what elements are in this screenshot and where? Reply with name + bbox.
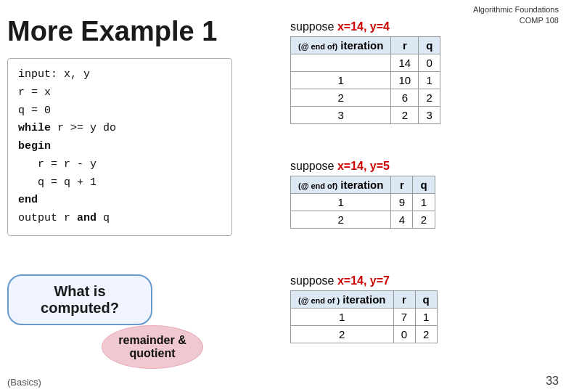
section3-col-r: r — [393, 291, 415, 309]
answer-label: remainder &quotient — [118, 334, 186, 360]
table-row: 3 2 3 — [291, 107, 440, 124]
code-line-2: r = x — [18, 84, 221, 102]
course-code: COMP 108 — [520, 16, 559, 25]
code-line-5: begin — [18, 138, 221, 156]
section2-col-iteration: (@ end of) iteration — [291, 176, 391, 194]
cell-r: 0 — [393, 326, 415, 343]
cell-r: 7 — [393, 309, 415, 326]
cell-iter: 2 — [291, 89, 391, 107]
cell-iter: 1 — [291, 72, 391, 89]
section1-vars: x=14, y=4 — [337, 20, 390, 33]
section1-suppose: suppose x=14, y=4 — [290, 20, 440, 33]
cell-r: 4 — [391, 211, 413, 229]
table-row: 2 6 2 — [291, 89, 440, 107]
section1-col-r: r — [391, 37, 419, 54]
section3-table: (@ end of ) iteration r q 1 7 1 2 0 2 — [290, 290, 438, 343]
code-line-4: while r >= y do — [18, 120, 221, 138]
course-name: Algorithmic Foundations — [473, 5, 559, 14]
table-row: 14 0 — [291, 54, 440, 72]
basics-label: (Basics) — [7, 377, 41, 388]
cell-iter: 1 — [291, 309, 394, 326]
section3-vars: x=14, y=7 — [337, 274, 390, 287]
section3-col-iteration: (@ end of ) iteration — [291, 291, 394, 309]
cell-q: 1 — [413, 194, 435, 211]
cell-q: 1 — [419, 72, 440, 89]
cell-iter: 3 — [291, 107, 391, 124]
cell-r: 2 — [391, 107, 419, 124]
code-line-8: end — [18, 192, 221, 210]
code-line-3: q = 0 — [18, 102, 221, 121]
section-1: suppose x=14, y=4 (@ end of) iteration r… — [290, 20, 440, 124]
table-row: 1 10 1 — [291, 72, 440, 89]
what-computed-label: What is computed? — [41, 283, 119, 316]
section-2: suppose x=14, y=5 (@ end of) iteration r… — [290, 160, 435, 229]
section3-suppose: suppose x=14, y=7 — [290, 274, 438, 287]
page-number: 33 — [546, 375, 559, 388]
section2-col-q: q — [413, 176, 435, 194]
section2-vars: x=14, y=5 — [337, 160, 390, 172]
code-line-6: r = r - y — [18, 156, 221, 174]
cell-iter — [291, 54, 391, 72]
cell-r: 10 — [391, 72, 419, 89]
section1-table: (@ end of) iteration r q 14 0 1 10 1 2 6… — [290, 36, 440, 124]
code-line-7: q = q + 1 — [18, 174, 221, 192]
cell-q: 1 — [415, 309, 437, 326]
page-title: More Example 1 — [7, 16, 217, 47]
cell-r: 14 — [391, 54, 419, 72]
cell-iter: 2 — [291, 211, 391, 229]
section-3: suppose x=14, y=7 (@ end of ) iteration … — [290, 274, 438, 343]
cell-q: 2 — [413, 211, 435, 229]
cell-iter: 1 — [291, 194, 391, 211]
cell-iter: 2 — [291, 326, 394, 343]
cell-r: 9 — [391, 194, 413, 211]
code-line-9: output r and q — [18, 210, 221, 228]
section3-col-q: q — [415, 291, 437, 309]
section2-suppose: suppose x=14, y=5 — [290, 160, 435, 173]
table-row: 1 7 1 — [291, 309, 438, 326]
cell-q: 2 — [419, 89, 440, 107]
course-header: Algorithmic Foundations COMP 108 — [473, 4, 559, 27]
table-row: 2 0 2 — [291, 326, 438, 343]
cell-q: 0 — [419, 54, 440, 72]
code-line-1: input: x, y — [18, 66, 221, 84]
section2-col-r: r — [391, 176, 413, 194]
section1-col-iteration: (@ end of) iteration — [291, 37, 391, 54]
cell-q: 3 — [419, 107, 440, 124]
section1-col-q: q — [419, 37, 440, 54]
what-computed-box: What is computed? — [7, 274, 152, 325]
table-row: 1 9 1 — [291, 194, 435, 211]
cell-q: 2 — [415, 326, 437, 343]
answer-bubble: remainder &quotient — [102, 325, 203, 369]
cell-r: 6 — [391, 89, 419, 107]
code-block: input: x, y r = x q = 0 while r >= y do … — [7, 58, 232, 236]
table-row: 2 4 2 — [291, 211, 435, 229]
section2-table: (@ end of) iteration r q 1 9 1 2 4 2 — [290, 176, 435, 229]
